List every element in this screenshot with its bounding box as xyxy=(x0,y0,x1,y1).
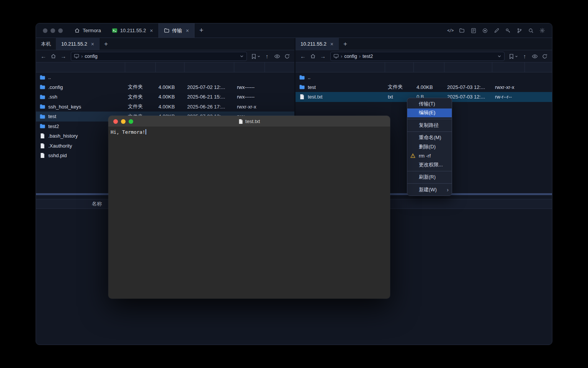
back-button[interactable]: ← xyxy=(298,52,308,61)
pencil-icon[interactable] xyxy=(492,26,501,35)
refresh-button[interactable] xyxy=(282,52,292,61)
tab-label: 10.211.55.2 xyxy=(61,41,87,47)
record-icon[interactable] xyxy=(480,26,489,35)
file-row[interactable]: .config 文件夹 4.00KB 2025-07-02 12:... rwx… xyxy=(36,82,294,92)
column-header[interactable] xyxy=(125,62,155,72)
search-icon[interactable] xyxy=(526,26,535,35)
panel-tabs-right: 10.211.55.2 × + xyxy=(296,38,552,50)
new-tab-button[interactable]: + xyxy=(339,38,352,50)
zoom-traffic-light[interactable] xyxy=(58,28,63,33)
close-icon[interactable]: × xyxy=(186,28,189,33)
folder-icon xyxy=(299,74,305,80)
new-tab-button[interactable]: + xyxy=(194,23,209,38)
column-header[interactable] xyxy=(296,62,385,72)
titlebar-tab[interactable]: 传输 × xyxy=(158,23,194,38)
zoom-traffic-light[interactable] xyxy=(129,119,133,124)
menu-item[interactable]: 更改权限... › xyxy=(407,160,452,169)
tab-label: 10.211.55.2 xyxy=(120,28,146,33)
column-header[interactable] xyxy=(385,62,413,72)
menu-item[interactable]: 新建(W) › xyxy=(407,185,452,194)
path-segment[interactable]: › test2 xyxy=(359,53,373,59)
log-icon[interactable] xyxy=(469,26,478,35)
close-icon[interactable]: × xyxy=(150,28,153,33)
panel-tab[interactable]: 本机 xyxy=(36,38,56,50)
menu-item[interactable]: › xyxy=(407,183,452,184)
file-row[interactable]: .. xyxy=(36,72,294,82)
menu-item-label: 更改权限... xyxy=(419,161,443,168)
minimize-traffic-light[interactable] xyxy=(121,119,126,124)
file-table-header-right xyxy=(296,62,552,72)
computer-icon xyxy=(333,54,339,59)
home-button[interactable] xyxy=(49,52,58,61)
file-name: .Xauthority xyxy=(48,143,72,149)
editor-text: Hi, Termora! xyxy=(111,129,145,135)
column-header[interactable] xyxy=(413,62,444,72)
close-traffic-light[interactable] xyxy=(113,119,118,124)
chevron-down-icon[interactable] xyxy=(497,54,501,58)
bookmark-button[interactable] xyxy=(250,52,262,61)
forward-button[interactable]: → xyxy=(59,52,68,61)
folder-icon[interactable] xyxy=(457,26,466,35)
back-button[interactable]: ← xyxy=(39,52,48,61)
file-permissions: rwx------ xyxy=(234,82,265,92)
close-traffic-light[interactable] xyxy=(43,28,47,33)
bookmark-button[interactable] xyxy=(507,52,519,61)
path-input[interactable]: › config › test2 xyxy=(330,52,505,61)
branch-icon[interactable] xyxy=(515,26,524,35)
panel-tab[interactable]: 10.211.55.2 × xyxy=(56,38,100,50)
column-header[interactable] xyxy=(265,62,294,72)
home-button[interactable] xyxy=(308,52,318,61)
column-header[interactable] xyxy=(444,62,492,72)
file-row[interactable]: .. xyxy=(296,72,552,82)
refresh-button[interactable] xyxy=(540,52,549,61)
close-icon[interactable]: × xyxy=(91,41,94,47)
column-header[interactable] xyxy=(524,62,552,72)
file-type xyxy=(125,72,155,82)
menu-item[interactable]: › xyxy=(407,131,452,132)
file-row[interactable]: .ssh 文件夹 4.00KB 2025-06-21 15:... rwx---… xyxy=(36,92,294,102)
column-header[interactable] xyxy=(234,62,265,72)
menu-item-label: 编辑(E) xyxy=(419,109,435,116)
menu-item[interactable]: 删除(D) › xyxy=(407,142,452,151)
minimize-traffic-light[interactable] xyxy=(51,28,55,33)
file-row[interactable]: test 文件夹 4.00KB 2025-07-03 12:... rwxr-x… xyxy=(296,82,552,92)
folder-icon xyxy=(39,123,46,129)
editor-titlebar[interactable]: test.txt xyxy=(108,116,390,127)
window-controls[interactable] xyxy=(36,23,69,38)
key-icon[interactable] xyxy=(503,26,512,35)
up-button[interactable]: ↑ xyxy=(262,52,272,61)
column-header[interactable] xyxy=(36,62,125,72)
path-input[interactable]: › config xyxy=(71,52,247,61)
menu-item[interactable]: rm -rf › xyxy=(407,151,452,161)
show-hidden-button[interactable] xyxy=(530,52,539,61)
up-button[interactable]: ↑ xyxy=(520,52,529,61)
menu-item[interactable]: › xyxy=(407,119,452,119)
file-name: .. xyxy=(48,74,51,80)
file-permissions: rw-r--r-- xyxy=(492,92,524,102)
titlebar-tab[interactable]: Termora xyxy=(69,23,106,38)
menu-item[interactable]: 传输(T) › xyxy=(407,99,452,108)
column-header[interactable] xyxy=(492,62,524,72)
editor-content[interactable]: Hi, Termora! xyxy=(108,127,390,137)
menu-item[interactable]: 编辑(E) › xyxy=(407,108,452,118)
show-hidden-button[interactable] xyxy=(272,52,282,61)
path-segment[interactable]: › config xyxy=(341,53,357,59)
menu-item[interactable]: 复制路径 › xyxy=(407,121,452,130)
menu-item[interactable]: 重命名(M) › xyxy=(407,133,452,143)
file-type: 文件夹 xyxy=(125,102,155,112)
panel-tab[interactable]: 10.211.55.2 × xyxy=(296,38,339,50)
path-segment[interactable]: › config xyxy=(81,53,98,59)
forward-button[interactable]: → xyxy=(318,52,328,61)
column-header[interactable] xyxy=(184,62,234,72)
code-icon[interactable]: </> xyxy=(446,26,455,35)
titlebar-tab[interactable]: 10.211.55.2 × xyxy=(106,23,158,38)
menu-item[interactable]: 刷新(R) › xyxy=(407,173,452,182)
close-icon[interactable]: × xyxy=(330,41,333,47)
chevron-down-icon[interactable] xyxy=(240,54,244,58)
settings-icon[interactable] xyxy=(538,26,547,35)
file-row[interactable]: ssh_host_keys 文件夹 4.00KB 2025-06-26 17:.… xyxy=(36,102,294,112)
new-tab-button[interactable]: + xyxy=(100,38,113,50)
column-header[interactable] xyxy=(155,62,184,72)
tab-label: 10.211.55.2 xyxy=(301,41,327,47)
menu-item[interactable]: › xyxy=(407,171,452,171)
